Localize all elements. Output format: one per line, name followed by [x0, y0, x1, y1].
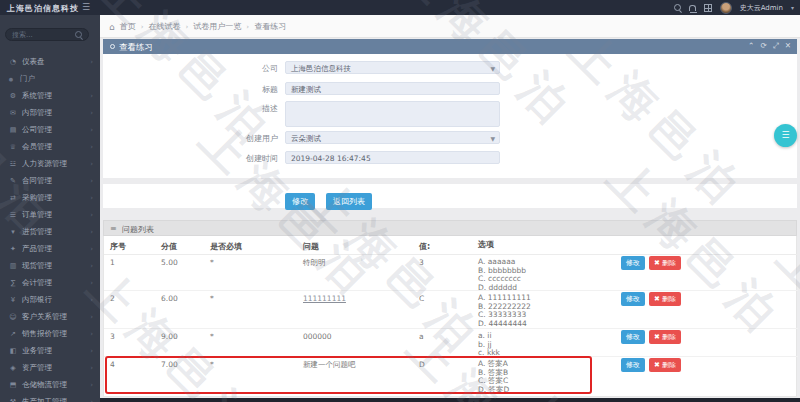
row-actions: 修改✖ 删除	[621, 358, 681, 372]
username[interactable]: 史大云Admin	[740, 3, 783, 13]
sidebar-item-procurement[interactable]: ⇄采购管理›	[0, 189, 100, 206]
breadcrumb-online-exam[interactable]: 在线试卷	[149, 21, 181, 32]
options-list: A. 答案AB. 答案B C. 答案CD. 答案D	[478, 360, 509, 394]
sidebar-item-accounting[interactable]: ∑会计管理›	[0, 274, 100, 291]
sidebar-item-product[interactable]: ✦产品管理›	[0, 240, 100, 257]
row-actions: 修改✖ 删除	[621, 292, 681, 306]
sidebar-search	[5, 28, 89, 41]
row-delete-button[interactable]: ✖ 删除	[649, 330, 681, 344]
search-icon[interactable]	[674, 4, 681, 11]
sidebar-item-system[interactable]: ⚙系统管理›	[0, 87, 100, 104]
chevron-icon: ›	[90, 211, 93, 219]
breadcrumb-exam-users[interactable]: 试卷用户一览	[193, 21, 241, 32]
search-icon[interactable]	[75, 31, 82, 38]
table-row: 3 9.00 * 000000 a a. iib. jj c. kkk 修改✖ …	[104, 328, 798, 357]
bell-icon[interactable]	[689, 5, 696, 11]
back-to-list-button[interactable]: 返回列表	[326, 193, 372, 210]
sidebar-item-assets[interactable]: ◈资产管理›	[0, 359, 100, 376]
gauge-icon: ◔	[8, 58, 18, 66]
created-time-field[interactable]: 2019-04-28 16:47:45	[285, 151, 500, 164]
creator-select[interactable]: 云朵测试▼	[285, 131, 500, 144]
sidebar-item-warehouse[interactable]: ⬒仓储物流管理›	[0, 376, 100, 393]
chevron-icon: ›	[90, 126, 93, 134]
chevron-icon: ›	[90, 262, 93, 270]
sidebar-item-bank[interactable]: ¥内部银行›	[0, 291, 100, 308]
sidebar-item-hr[interactable]: ☳人力资源管理›	[0, 155, 100, 172]
table-row-highlighted: 4 7.00 * 新建一个问题吧 D A. 答案AB. 答案B C. 答案CD.…	[104, 356, 798, 397]
sidebar-item-business[interactable]: ◧业务管理›	[0, 342, 100, 359]
fullscreen-icon[interactable]: ⤢	[773, 41, 779, 51]
col-value: 值:	[419, 241, 430, 252]
refresh-icon[interactable]: ⟳	[760, 41, 766, 51]
breadcrumb-home[interactable]: 首页	[120, 21, 136, 32]
company-select[interactable]: 上海邑泊信息科技▼	[285, 61, 500, 74]
options-list: A. 111111111B. 222222222 C. 33333333D. 4…	[478, 294, 531, 328]
sidebar-item-production[interactable]: ⚒生产加工管理›	[0, 393, 100, 402]
navbar-right: 史大云Admin ▾	[674, 0, 794, 15]
sidebar-item-crm[interactable]: ☺客户关系管理›	[0, 308, 100, 325]
chevron-down-icon: ▼	[490, 132, 495, 144]
building-icon: ▤	[8, 126, 18, 134]
apps-grid-icon[interactable]	[704, 4, 712, 12]
smile-icon: ☺	[8, 313, 18, 321]
breadcrumb-bar: ⌂ 首页 › 在线试卷 › 试卷用户一览 › 查看练习	[100, 15, 800, 38]
sidebar-item-contract[interactable]: ✎合同管理›	[0, 172, 100, 189]
chevron-icon: ›	[90, 364, 93, 372]
sidebar-item-portal[interactable]: ●门户	[0, 70, 100, 87]
mail-icon: ✉	[8, 109, 18, 117]
modify-button[interactable]: 修改	[285, 193, 315, 210]
sidebar-item-dashboard[interactable]: ◔仪表盘›	[0, 53, 100, 70]
chevron-icon: ›	[90, 279, 93, 287]
sidebar-item-company[interactable]: ▤公司管理›	[0, 121, 100, 138]
chevron-down-icon[interactable]: ▾	[791, 4, 794, 11]
row-actions: 修改✖ 删除	[621, 256, 681, 270]
panel-icon: ◧	[8, 347, 18, 355]
panel-title-bar: 查看练习 ⌃ ⟳ ⤢ ✕	[103, 39, 797, 54]
sidebar-item-quotation[interactable]: ↗销售报价管理›	[0, 325, 100, 342]
chevron-icon: ›	[90, 313, 93, 321]
question-link[interactable]: 111111111	[303, 294, 346, 303]
home-icon[interactable]: ⌂	[109, 22, 115, 32]
collapse-icon[interactable]: ⌃	[748, 41, 754, 51]
form-button-bar: 修改 返回列表	[103, 184, 797, 208]
section-title: 问题列表	[122, 224, 154, 235]
hammer-icon: ⚒	[8, 398, 18, 402]
close-icon[interactable]: ✕	[785, 41, 791, 51]
sidebar-item-internal[interactable]: ✉内部管理›	[0, 104, 100, 121]
separator-icon: ›	[141, 23, 144, 31]
row-delete-button[interactable]: ✖ 删除	[649, 292, 681, 306]
footer-bar	[100, 398, 800, 402]
company-label: 公司	[203, 63, 278, 74]
row-modify-button[interactable]: 修改	[621, 256, 645, 270]
question-text: 特朗明	[303, 258, 326, 268]
sidebar-item-purchase-in[interactable]: ▾进货管理›	[0, 223, 100, 240]
question-text: 新建一个问题吧	[303, 360, 356, 370]
question-list-header: ≡ 问题列表	[103, 220, 797, 236]
sidebar-item-spot[interactable]: ▥现货管理›	[0, 257, 100, 274]
separator-icon: ›	[186, 23, 189, 31]
table-row: 1 5.00 * 特朗明 3 A. aaaaaaB. bbbbbbbb C. c…	[104, 254, 798, 291]
col-required: 是否必填	[210, 241, 242, 252]
row-modify-button[interactable]: 修改	[621, 330, 645, 344]
avatar[interactable]	[720, 2, 732, 14]
floating-helper-button[interactable]: ☰	[774, 124, 797, 147]
title-field[interactable]: 新建测试	[285, 82, 500, 95]
app-window: 上海邑泊信息科技 ☰ 史大云Admin ▾ ◔仪表盘› ●门户 ⚙系统管理› ✉…	[0, 0, 800, 402]
options-list: A. aaaaaaB. bbbbbbbb C. ccccccccD. ddddd…	[478, 258, 526, 292]
sidebar-item-orders[interactable]: ☰订单管理›	[0, 206, 100, 223]
chevron-icon: ›	[90, 177, 93, 185]
col-seq: 序号	[110, 241, 126, 252]
row-modify-button[interactable]: 修改	[621, 292, 645, 306]
row-delete-button[interactable]: ✖ 删除	[649, 358, 681, 372]
description-textarea[interactable]	[285, 101, 500, 127]
row-modify-button[interactable]: 修改	[621, 358, 645, 372]
panel-tools: ⌃ ⟳ ⤢ ✕	[748, 41, 791, 51]
people-icon: ☳	[8, 160, 18, 168]
sidebar-search-input[interactable]	[12, 31, 72, 39]
diamond-icon: ◈	[8, 364, 18, 372]
list-icon: ≡	[110, 224, 117, 233]
description-label: 描述	[203, 103, 278, 114]
sidebar-item-member[interactable]: ♕会员管理›	[0, 138, 100, 155]
sidebar-toggle-icon[interactable]: ☰	[82, 2, 90, 12]
row-delete-button[interactable]: ✖ 删除	[649, 256, 681, 270]
